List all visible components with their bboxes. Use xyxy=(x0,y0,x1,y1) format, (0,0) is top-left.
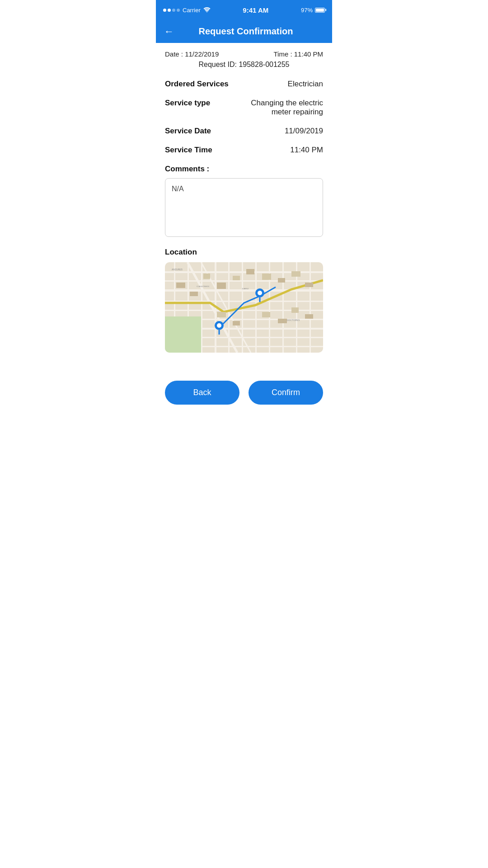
wifi-icon xyxy=(203,6,211,14)
ordered-services-value: Electrician xyxy=(288,80,323,89)
request-id-label: Request ID: xyxy=(198,61,239,68)
svg-rect-25 xyxy=(176,283,185,288)
ordered-services-label: Ordered Services xyxy=(165,80,229,89)
confirm-button[interactable]: Confirm xyxy=(249,381,323,405)
service-time-row: Service Time 11:40 PM xyxy=(165,146,323,155)
svg-rect-17 xyxy=(255,262,257,353)
time-label: Time : xyxy=(274,50,294,58)
svg-rect-26 xyxy=(190,292,198,296)
signal-dot-4 xyxy=(177,9,180,12)
svg-rect-39 xyxy=(291,307,299,313)
back-button[interactable]: Back xyxy=(165,381,239,405)
svg-rect-34 xyxy=(305,283,313,287)
back-arrow-icon[interactable]: ← xyxy=(164,27,174,37)
map-svg: ANZURES CUAUHTEMOC JUÁREZ DOCTORES xyxy=(165,262,323,353)
svg-text:JUÁREZ: JUÁREZ xyxy=(242,288,249,290)
comments-label: Comments : xyxy=(165,165,323,174)
battery-percent: 97% xyxy=(301,7,313,14)
service-date-label: Service Date xyxy=(165,127,211,136)
svg-point-45 xyxy=(258,291,262,295)
date-field: Date : 11/22/2019 xyxy=(165,50,219,58)
svg-rect-30 xyxy=(246,269,254,274)
service-time-value: 11:40 PM xyxy=(290,146,323,155)
svg-text:CUAUHTEMOC: CUAUHTEMOC xyxy=(197,285,210,288)
service-type-label: Service type xyxy=(165,99,210,108)
svg-rect-29 xyxy=(233,276,240,280)
svg-rect-28 xyxy=(217,283,226,289)
comments-box: N/A xyxy=(165,178,323,237)
svg-text:ANZURES: ANZURES xyxy=(172,268,183,271)
svg-rect-21 xyxy=(310,262,311,353)
service-time-label: Service Time xyxy=(165,146,212,155)
svg-rect-19 xyxy=(282,262,284,353)
request-id: Request ID: 195828-001255 xyxy=(165,61,323,69)
date-time-row: Date : 11/22/2019 Time : 11:40 PM xyxy=(165,50,323,58)
svg-point-0 xyxy=(206,11,207,12)
service-date-row: Service Date 11/09/2019 xyxy=(165,127,323,136)
svg-rect-31 xyxy=(262,274,271,280)
svg-rect-13 xyxy=(201,262,202,353)
svg-rect-32 xyxy=(278,278,285,283)
time-field: Time : 11:40 PM xyxy=(274,50,324,58)
service-date-value: 11/09/2019 xyxy=(285,127,323,136)
status-time: 9:41 AM xyxy=(243,6,268,14)
status-bar: Carrier 9:41 AM 97% xyxy=(156,0,332,20)
page-title: Request Confirmation xyxy=(181,26,310,37)
svg-rect-40 xyxy=(305,314,313,319)
svg-rect-38 xyxy=(278,319,287,323)
map-container: ANZURES CUAUHTEMOC JUÁREZ DOCTORES xyxy=(165,262,323,353)
date-value: 11/22/2019 xyxy=(185,50,219,58)
battery-icon xyxy=(315,8,325,13)
signal-dot-1 xyxy=(163,9,166,12)
signal-dot-2 xyxy=(168,9,171,12)
svg-rect-27 xyxy=(203,274,210,279)
svg-rect-37 xyxy=(262,312,270,317)
service-type-value: Changing the electric meter repairing xyxy=(236,99,324,117)
header: ← Request Confirmation xyxy=(156,20,332,43)
location-label: Location xyxy=(165,248,323,257)
status-left: Carrier xyxy=(163,6,211,14)
request-id-value: 195828-001255 xyxy=(239,61,289,68)
signal-dot-3 xyxy=(172,9,175,12)
svg-text:DOCTORES: DOCTORES xyxy=(287,319,300,321)
svg-rect-33 xyxy=(291,271,300,277)
date-label: Date : xyxy=(165,50,185,58)
carrier-label: Carrier xyxy=(183,7,201,14)
button-row: Back Confirm xyxy=(156,373,332,418)
svg-point-42 xyxy=(217,323,221,328)
content-area: Date : 11/22/2019 Time : 11:40 PM Reques… xyxy=(156,43,332,373)
svg-rect-35 xyxy=(217,312,226,317)
status-right: 97% xyxy=(301,7,325,14)
time-value: 11:40 PM xyxy=(294,50,323,58)
svg-rect-36 xyxy=(233,321,240,326)
signal-dots xyxy=(163,9,180,12)
service-type-row: Service type Changing the electric meter… xyxy=(165,99,323,117)
ordered-services-row: Ordered Services Electrician xyxy=(165,80,323,89)
comments-value: N/A xyxy=(172,185,184,193)
svg-rect-24 xyxy=(165,316,201,353)
